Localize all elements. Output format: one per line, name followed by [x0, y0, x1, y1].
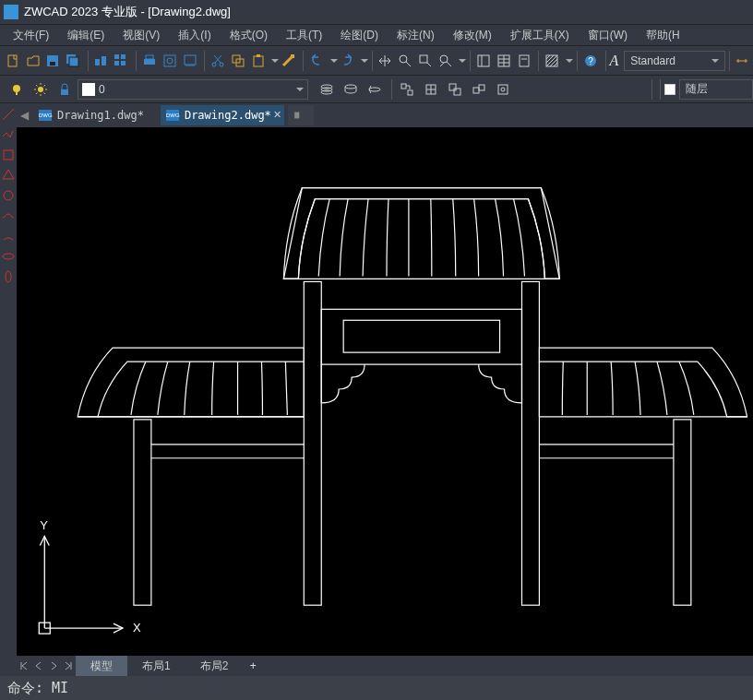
- redo-button[interactable]: [338, 50, 356, 72]
- help-button[interactable]: ?: [581, 50, 600, 72]
- layout-next-button[interactable]: [46, 658, 61, 674]
- side-tool-2[interactable]: [1, 127, 16, 142]
- menu-dim[interactable]: 标注(N): [388, 24, 444, 46]
- layer-states-button[interactable]: [316, 78, 338, 101]
- layer-toolbar: 0 随层: [0, 76, 753, 103]
- copy-button[interactable]: [229, 50, 247, 72]
- file-tab-drawing2[interactable]: Drawing2.dwg* ✕: [161, 105, 284, 125]
- zoom-window-button[interactable]: [416, 50, 435, 72]
- new-button[interactable]: [4, 50, 22, 72]
- svg-rect-60: [454, 89, 460, 95]
- lightbulb-icon[interactable]: [6, 78, 28, 101]
- hatch-button[interactable]: [543, 50, 561, 72]
- layout-tab-layout1[interactable]: 布局1: [127, 656, 185, 676]
- undo-button[interactable]: [307, 50, 326, 72]
- table-button[interactable]: [495, 50, 513, 72]
- side-tool-5[interactable]: [1, 188, 16, 203]
- command-line[interactable]: 命令: MI: [0, 676, 753, 700]
- block-insert-button[interactable]: [396, 78, 418, 101]
- side-tool-4[interactable]: [1, 168, 16, 183]
- print-preview-button[interactable]: [161, 50, 179, 72]
- undo-dropdown[interactable]: [328, 59, 338, 63]
- main-toolbar: ? A Standard: [0, 46, 753, 76]
- pan-button[interactable]: [376, 50, 394, 72]
- sun-icon[interactable]: [30, 78, 52, 101]
- side-tool-1[interactable]: [1, 107, 16, 122]
- paste-button[interactable]: [249, 50, 268, 72]
- hatch-dropdown[interactable]: [563, 59, 573, 63]
- layout-tab-model[interactable]: 模型: [76, 656, 127, 676]
- menu-window[interactable]: 窗口(W): [579, 24, 637, 46]
- saveall-button[interactable]: [64, 50, 82, 72]
- layout-tab-layout2[interactable]: 布局2: [185, 656, 244, 676]
- dimlinear-icon[interactable]: [733, 50, 751, 72]
- cut-button[interactable]: [209, 50, 227, 72]
- calc-button[interactable]: [515, 50, 533, 72]
- menu-edit[interactable]: 编辑(E): [58, 24, 114, 46]
- block-create-button[interactable]: [420, 78, 442, 101]
- textstyle-combo[interactable]: Standard: [624, 51, 724, 71]
- save-button[interactable]: [44, 50, 63, 72]
- side-tool-8[interactable]: [1, 249, 16, 264]
- layer-iso-button[interactable]: [340, 78, 362, 101]
- svg-marker-67: [3, 170, 14, 179]
- color-combo[interactable]: 随层: [679, 79, 753, 100]
- svg-point-68: [4, 191, 13, 200]
- zoom-dropdown[interactable]: [456, 59, 466, 63]
- menu-file[interactable]: 文件(F): [4, 24, 58, 46]
- tabstrip-prev-button[interactable]: ◀: [20, 109, 28, 122]
- menu-help[interactable]: 帮助(H: [637, 24, 689, 46]
- svg-point-16: [212, 63, 216, 66]
- properties-panel-button[interactable]: [474, 50, 493, 72]
- close-tab-button[interactable]: ✕: [273, 109, 281, 121]
- layout-last-button[interactable]: [61, 658, 76, 674]
- menu-insert[interactable]: 插入(I): [169, 24, 220, 46]
- svg-rect-77: [321, 309, 521, 364]
- side-tool-9[interactable]: [1, 269, 16, 284]
- layout-first-button[interactable]: [17, 658, 31, 674]
- svg-rect-75: [304, 281, 321, 605]
- dwg-icon: [166, 110, 179, 121]
- file-tab-drawing1[interactable]: Drawing1.dwg*: [33, 105, 157, 125]
- widgets1-button[interactable]: [92, 50, 111, 72]
- menu-modify[interactable]: 修改(M): [444, 24, 501, 46]
- menu-ext[interactable]: 扩展工具(X): [501, 24, 579, 46]
- block-attr-button[interactable]: [492, 78, 514, 101]
- side-tool-7[interactable]: [1, 229, 16, 243]
- svg-rect-71: [294, 113, 299, 119]
- redo-dropdown[interactable]: [358, 59, 368, 63]
- widgets2-button[interactable]: [113, 50, 131, 72]
- zoom-button[interactable]: [396, 50, 414, 72]
- svg-point-39: [38, 87, 43, 92]
- layer-combo[interactable]: 0: [78, 79, 308, 100]
- svg-rect-48: [61, 89, 68, 95]
- lock-icon[interactable]: [54, 78, 76, 101]
- drawing-canvas[interactable]: X Y: [17, 127, 753, 656]
- command-text: 命令: MI: [7, 680, 68, 697]
- layout-prev-button[interactable]: [31, 658, 46, 674]
- file-tab-label: Drawing2.dwg*: [185, 109, 271, 122]
- svg-rect-76: [521, 281, 539, 605]
- publish-button[interactable]: [181, 50, 199, 72]
- zoom-prev-button[interactable]: [436, 50, 455, 72]
- new-tab-button[interactable]: [288, 105, 314, 125]
- side-tool-6[interactable]: [1, 208, 16, 223]
- svg-point-70: [6, 271, 11, 282]
- layout-tabstrip: 模型 布局1 布局2 +: [17, 656, 753, 676]
- axis-x-label: X: [133, 621, 141, 635]
- menu-tools[interactable]: 工具(T): [277, 24, 331, 46]
- paste-dropdown[interactable]: [269, 59, 279, 63]
- menu-view[interactable]: 视图(V): [114, 24, 169, 46]
- block-edit-button[interactable]: [444, 78, 466, 101]
- current-color-swatch[interactable]: [664, 84, 675, 95]
- block-write-button[interactable]: [468, 78, 490, 101]
- layout-add-button[interactable]: +: [243, 659, 263, 672]
- textstyle-value: Standard: [630, 54, 675, 67]
- print-button[interactable]: [140, 50, 159, 72]
- matchprops-button[interactable]: [279, 50, 297, 72]
- side-tool-3[interactable]: [1, 148, 16, 162]
- menu-draw[interactable]: 绘图(D): [331, 24, 388, 46]
- layer-prev-button[interactable]: [364, 78, 386, 101]
- menu-format[interactable]: 格式(O): [221, 24, 277, 46]
- open-button[interactable]: [24, 50, 42, 72]
